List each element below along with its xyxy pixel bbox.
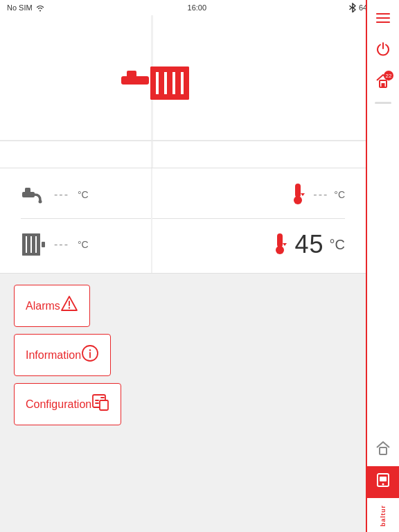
- faucet-icon: [21, 182, 46, 207]
- sidebar-item-home[interactable]: 22: [367, 66, 399, 98]
- main-content: --- °C --- °C: [0, 15, 366, 532]
- svg-point-47: [382, 484, 384, 486]
- hamburger-icon: [375, 12, 391, 24]
- sensor-value-2-right: 45: [295, 230, 324, 259]
- device-icon-svg: [375, 472, 391, 488]
- scroll-indicator: [367, 98, 399, 107]
- power-icon-svg: [375, 42, 391, 57]
- boiler-illustration: [0, 15, 366, 168]
- sensor-row-1: --- °C --- °C: [21, 182, 345, 207]
- svg-marker-27: [283, 243, 287, 246]
- menu-icon: [375, 11, 391, 27]
- svg-rect-4: [127, 71, 136, 82]
- alarm-icon-svg: [60, 295, 78, 313]
- sensor-unit-1-left: °C: [78, 189, 89, 200]
- sensor-value-2-left: ---: [54, 238, 69, 251]
- info-icon-svg: [81, 344, 99, 362]
- sensors-area: --- °C --- °C: [0, 168, 366, 273]
- svg-rect-18: [22, 233, 26, 256]
- alarms-icon: [60, 295, 78, 317]
- sensor-unit-1-right: °C: [334, 189, 345, 200]
- svg-rect-19: [27, 233, 30, 256]
- sensor-value-1-right: ---: [313, 188, 328, 201]
- svg-rect-24: [42, 242, 45, 247]
- svg-rect-44: [380, 447, 387, 454]
- sensor-row-2: --- °C 45 °C: [21, 230, 345, 259]
- svg-rect-10: [150, 66, 189, 72]
- thermometer-icon-1: [288, 182, 308, 207]
- svg-rect-23: [22, 253, 40, 256]
- alarms-button[interactable]: Alarms: [14, 285, 90, 327]
- svg-marker-17: [301, 193, 305, 196]
- svg-rect-21: [37, 233, 40, 256]
- sidebar-item-power[interactable]: [367, 35, 399, 66]
- alarms-label: Alarms: [26, 300, 60, 312]
- svg-rect-25: [277, 233, 283, 247]
- house-icon: [375, 441, 391, 459]
- sidebar-item-house[interactable]: [367, 434, 399, 466]
- svg-rect-15: [295, 184, 301, 197]
- boiler-icon: [121, 57, 218, 112]
- configuration-button[interactable]: Configuration: [14, 383, 121, 425]
- svg-point-14: [39, 200, 42, 204]
- carrier-label: No SIM: [7, 3, 33, 12]
- house-icon-svg: [375, 441, 391, 456]
- power-icon: [375, 42, 391, 60]
- svg-rect-22: [22, 233, 40, 236]
- information-label: Information: [26, 349, 81, 362]
- svg-point-16: [294, 196, 302, 204]
- svg-point-30: [69, 307, 70, 308]
- wifi-icon: [35, 3, 45, 12]
- configuration-icon: [91, 393, 109, 415]
- sensor-left-1: --- °C: [21, 182, 183, 207]
- menu-area: Alarms Information Configu: [0, 274, 366, 436]
- status-bar: No SIM 16:00 64%: [0, 0, 399, 15]
- config-icon-svg: [91, 393, 109, 411]
- information-icon: [81, 344, 99, 366]
- sidebar-logo: baltur: [380, 498, 387, 532]
- boiler-area: [0, 15, 366, 168]
- sensor-right-1: --- °C: [183, 182, 345, 207]
- radiator-icon: [21, 231, 46, 258]
- sensor-col-divider: [151, 168, 152, 273]
- svg-point-26: [276, 246, 284, 254]
- svg-rect-43: [382, 83, 385, 87]
- baltur-text: baltur: [380, 505, 387, 526]
- svg-rect-20: [32, 233, 35, 256]
- sensor-left-2: --- °C: [21, 231, 183, 258]
- bluetooth-icon: [349, 3, 356, 12]
- svg-rect-35: [100, 400, 108, 410]
- separator-sensor: [21, 218, 345, 219]
- svg-rect-46: [380, 477, 387, 481]
- thermometer-icon-2: [270, 232, 290, 257]
- svg-rect-13: [25, 188, 30, 195]
- sensor-unit-2-left: °C: [78, 239, 89, 250]
- information-button[interactable]: Information: [14, 334, 111, 376]
- sensor-right-2: 45 °C: [183, 230, 345, 259]
- time-display: 16:00: [188, 3, 207, 12]
- scroll-bar: [375, 102, 391, 104]
- svg-point-32: [89, 349, 91, 351]
- home-badge: 22: [384, 71, 393, 80]
- sensor-value-1-left: ---: [54, 188, 69, 201]
- sidebar-item-menu[interactable]: [367, 3, 399, 35]
- status-left: No SIM: [7, 3, 45, 12]
- device-icon: [375, 472, 391, 491]
- configuration-label: Configuration: [26, 398, 91, 411]
- sensor-unit-2-right: °C: [330, 237, 345, 253]
- sidebar: 22 baltur: [366, 0, 399, 532]
- sidebar-item-device[interactable]: [367, 466, 399, 498]
- svg-rect-11: [150, 94, 189, 100]
- home-badge-container: 22: [375, 73, 391, 91]
